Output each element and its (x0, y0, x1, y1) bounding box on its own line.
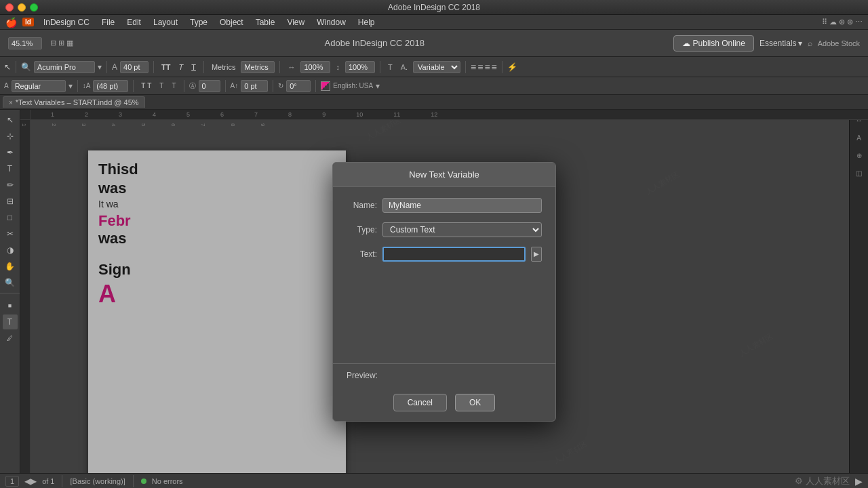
font-style-icon: A (4, 82, 9, 89)
status-bar: 1 ◀▶ of 1 [Basic (working)] No errors ⚙ … (0, 473, 868, 488)
menu-edit[interactable]: Edit (121, 16, 146, 28)
dialog-overlay: New Text Variable Name: Type: Custom Tex… (20, 110, 868, 473)
lightning-icon[interactable]: ⚡ (507, 62, 517, 72)
text-arrow-button[interactable]: ▶ (531, 247, 542, 262)
tool-pen[interactable]: ✒ (3, 145, 18, 160)
essentials-label: Essentials (760, 39, 797, 48)
dialog-footer: Cancel OK (333, 387, 555, 421)
publish-label: Publish Online (693, 39, 745, 48)
lang-dropdown-icon[interactable]: ▾ (376, 81, 380, 91)
font-style-input[interactable] (12, 80, 66, 92)
tool-type[interactable]: T (3, 161, 18, 176)
close-button[interactable] (5, 3, 14, 12)
preview-label: Preview: (347, 371, 378, 380)
apple-menu[interactable]: 🍎 (5, 17, 17, 28)
errors-dot (141, 479, 146, 484)
errors-text: No errors (152, 477, 183, 485)
color-swatch[interactable] (321, 81, 330, 91)
name-field[interactable] (382, 198, 542, 213)
font-size-input[interactable] (120, 61, 149, 73)
canvas-area: 1 2 3 4 5 6 7 8 9 10 11 12 1 2 3 4 5 6 (20, 110, 868, 473)
maximize-button[interactable] (30, 3, 38, 12)
kerning-input[interactable] (241, 61, 275, 73)
rotation-input[interactable] (286, 80, 311, 92)
zoom-input[interactable] (8, 37, 42, 49)
page-nav-icon[interactable]: ◀▶ (24, 476, 37, 486)
underline-button[interactable]: T (189, 62, 199, 73)
essentials-button[interactable]: Essentials ▾ (760, 39, 802, 48)
align-right-icon[interactable]: ≡ (484, 62, 490, 73)
tool-select[interactable]: ↖ (3, 113, 18, 127)
variable-dot: A. (398, 62, 410, 73)
menu-view[interactable]: View (281, 16, 310, 28)
name-field-label: Name: (347, 201, 377, 210)
tool-scissors[interactable]: ✂ (3, 226, 18, 241)
tool-fill[interactable]: ■ (3, 298, 18, 313)
tab-close-icon[interactable]: × (9, 99, 13, 106)
font-family-input[interactable] (34, 61, 95, 73)
menu-object[interactable]: Object (214, 16, 249, 28)
menu-indesign[interactable]: InDesign CC (38, 16, 95, 28)
baseline-input[interactable] (241, 80, 268, 92)
document-tab[interactable]: × *Text Variables – START.indd @ 45% (3, 96, 145, 108)
variable-select[interactable]: Variable (413, 61, 460, 73)
tool-char[interactable]: 🖊 (3, 331, 18, 346)
adobe-stock-label: Adobe Stock (818, 39, 860, 47)
font-size-icon: A (112, 62, 117, 72)
kerning-label: Metrics (209, 62, 238, 73)
leading-input[interactable] (93, 80, 128, 92)
font-style-dropdown-icon[interactable]: ▾ (68, 81, 73, 91)
document-tab-label: *Text Variables – START.indd @ 45% (16, 98, 139, 106)
cancel-button[interactable]: Cancel (393, 394, 447, 411)
tool-zoom[interactable]: 🔍 (3, 275, 18, 290)
menu-layout[interactable]: Layout (148, 16, 183, 28)
bold-button[interactable]: TT (159, 62, 173, 73)
search-icon[interactable]: ⌕ (808, 39, 812, 48)
tracking-input[interactable] (199, 80, 220, 92)
tool-rect-frame[interactable]: ⊟ (3, 194, 18, 209)
type-field-label: Type: (347, 225, 377, 235)
status-sep2 (133, 475, 134, 487)
text-row-container: Text: ▶ (347, 247, 542, 262)
selection-tool-icon[interactable]: ↖ (4, 62, 11, 72)
menu-type[interactable]: Type (184, 16, 213, 28)
play-button[interactable]: ▶ (855, 476, 863, 487)
horiz-scale-input[interactable] (300, 61, 330, 73)
publish-online-button[interactable]: ☁ Publish Online (673, 35, 754, 52)
align-center-icon[interactable]: ≡ (477, 62, 483, 73)
name-row: Name: (347, 198, 542, 213)
preview-row: Preview: (333, 363, 555, 387)
tool-direct-select[interactable]: ⊹ (3, 129, 18, 144)
text-field[interactable] (382, 247, 526, 262)
font-dropdown-icon[interactable]: ▾ (98, 62, 102, 72)
tool-type2[interactable]: T (3, 314, 18, 329)
tool-gradient[interactable]: ◑ (3, 243, 18, 258)
vert-scale-input[interactable] (345, 61, 375, 73)
align-left-icon[interactable]: ≡ (471, 62, 476, 73)
tool-hand[interactable]: ✋ (3, 259, 18, 274)
sep5 (279, 61, 280, 73)
app-logo: Id (22, 18, 34, 26)
menu-table[interactable]: Table (250, 16, 281, 28)
minimize-button[interactable] (18, 3, 26, 12)
new-text-variable-dialog: New Text Variable Name: Type: Custom Tex… (332, 162, 556, 422)
menu-help[interactable]: Help (353, 16, 380, 28)
vert-scale-icon: ↕ (333, 62, 342, 73)
sep3 (153, 61, 154, 73)
view-controls[interactable]: ⊟ ⊞ ▦ (47, 37, 76, 49)
ok-button[interactable]: OK (455, 394, 495, 411)
type-select[interactable]: Custom Text Chapter Number Creation Date… (382, 222, 542, 237)
sep11 (184, 80, 184, 92)
profile-label: [Basic (working)] (70, 477, 125, 485)
tool-rect[interactable]: □ (3, 210, 18, 225)
dialog-title: New Text Variable (333, 163, 555, 187)
traffic-lights[interactable] (5, 3, 38, 12)
menu-file[interactable]: File (96, 16, 120, 28)
page-indicator[interactable]: 1 (5, 476, 19, 487)
tool-pencil[interactable]: ✏ (3, 178, 18, 192)
align-justify-icon[interactable]: ≡ (492, 62, 497, 73)
text-field-label: Text: (347, 249, 377, 259)
t-icon: T (385, 62, 395, 73)
menu-window[interactable]: Window (311, 16, 351, 28)
italic-button[interactable]: T (176, 62, 186, 73)
